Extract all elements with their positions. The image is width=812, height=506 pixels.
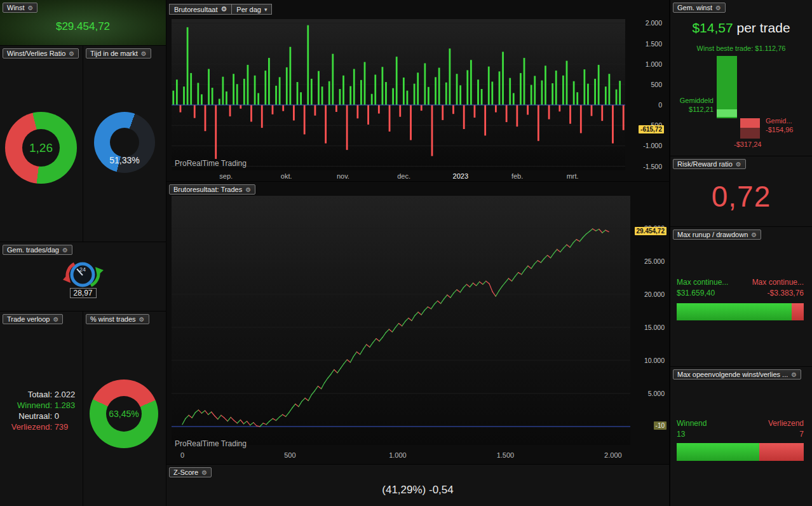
x-axis-label: feb.: [511, 172, 523, 180]
panel-wl-ratio: Winst/Verlies Ratio ⚙ 1,26: [0, 46, 83, 242]
panel-risk-reward: Risk/Reward ratio ⚙ 0,72: [670, 156, 812, 226]
x-axis-label: 2.000: [604, 451, 622, 459]
gem-winst-header[interactable]: Gem. winst ⚙: [673, 3, 726, 13]
avg-win-value: $112,21: [670, 106, 714, 113]
panel-gem-winst: Gem. winst ⚙ $14,57 per trade Winst best…: [670, 0, 812, 156]
pct-winst-donut: 63,45%: [90, 380, 158, 448]
panel-tijd: Tijd in de markt ⚙ 51,33%: [83, 46, 166, 242]
equity-plot[interactable]: [172, 196, 630, 445]
equity-x-axis: 05001.0001.5002.000: [172, 451, 630, 461]
verloop-row-neutraal: Neutraal: 0: [4, 411, 75, 421]
daily-bar-x-axis: sep.okt.nov.dec.2023feb.mrt.: [172, 172, 625, 181]
wrench-icon[interactable]: ⚙: [28, 4, 34, 11]
panel-winst-header[interactable]: Winst ⚙: [3, 3, 37, 13]
equity-chart-header[interactable]: Brutoresultaat: Trades ⚙: [169, 184, 255, 195]
runup-header[interactable]: Max runup / drawdown ⚙: [673, 229, 761, 240]
best-trade-label: Winst beste trade: $1.112,76: [670, 44, 812, 52]
wrench-icon[interactable]: ⚙: [141, 50, 147, 57]
daily-chart-title-chip[interactable]: Brutoresultaat ⚙: [169, 4, 232, 15]
daily-chart-title: Brutoresultaat: [174, 6, 217, 13]
trading-dashboard: Winst ⚙ $29.454,72 Winst/Verlies Ratio ⚙…: [0, 0, 812, 506]
risk-reward-title: Risk/Reward ratio: [677, 160, 733, 168]
x-axis-label: nov.: [337, 172, 349, 180]
equity-y-axis: 30.00025.00020.00015.00010.0005.00029.45…: [632, 196, 668, 445]
x-axis-label: 500: [284, 451, 295, 459]
gem-winst-title: Gem. winst: [677, 4, 712, 11]
verloop-stats: Totaal: 2.022 Winnend: 1.283 Neutraal: 0…: [4, 389, 75, 432]
avg-loss-bar: [740, 118, 760, 139]
wrench-icon[interactable]: ⚙: [69, 50, 74, 57]
runup-win-label: Max continue...: [677, 278, 728, 287]
panel-zscore: Z-Score ⚙ (41,29%) -0,54: [166, 465, 669, 506]
panel-winst-title: Winst: [7, 4, 25, 11]
streak-loss-value: 7: [799, 430, 804, 439]
wrench-icon[interactable]: ⚙: [791, 371, 797, 378]
wrench-icon[interactable]: ⚙: [245, 186, 251, 193]
x-axis-label: okt.: [281, 172, 292, 180]
equity-chart-title: Brutoresultaat: Trades: [173, 186, 242, 193]
wrench-icon[interactable]: ⚙: [53, 316, 58, 323]
wrench-icon[interactable]: ⚙: [715, 4, 721, 11]
panel-winst: Winst ⚙ $29.454,72: [0, 0, 166, 45]
panel-trades-day: Gem. trades/dag ⚙ 24 28,97: [0, 242, 166, 311]
x-axis-label: 0: [180, 451, 184, 459]
wrench-icon[interactable]: ⚙: [736, 161, 741, 168]
y-axis-label: 1.500: [646, 40, 662, 48]
panel-tijd-header[interactable]: Tijd in de markt ⚙: [86, 48, 151, 58]
wrench-icon[interactable]: ⚙: [220, 5, 227, 13]
y-axis-label: -1.500: [643, 163, 662, 170]
panel-pct-winst: % winst trades ⚙ 63,45%: [83, 311, 166, 506]
y-axis-label: 1.000: [646, 60, 662, 68]
avg-win-bar: [717, 56, 737, 118]
wrench-icon[interactable]: ⚙: [139, 316, 145, 323]
streak-bar-red: [759, 443, 804, 461]
gem-winst-amount: $14,57: [692, 20, 733, 35]
per-dag-dropdown[interactable]: Per dag ▾: [232, 4, 272, 15]
risk-reward-value: 0,72: [670, 179, 812, 214]
panel-runup-drawdown: Max runup / drawdown ⚙ Max continue... $…: [670, 227, 812, 366]
panel-pct-winst-header[interactable]: % winst trades ⚙: [86, 314, 149, 324]
trades-day-value: 28,97: [69, 288, 96, 298]
panel-daily-bar-chart: Brutoresultaat ⚙ Per dag ▾ 2.0001.5001.0…: [166, 0, 669, 181]
watermark: ProRealTime Trading: [175, 439, 247, 448]
watermark: ProRealTime Trading: [175, 159, 247, 168]
panel-trades-day-title: Gem. trades/dag: [7, 246, 59, 254]
zscore-header[interactable]: Z-Score ⚙: [169, 467, 212, 477]
streak-title: Max opeenvolgende winst/verlies ...: [677, 371, 788, 378]
per-dag-dropdown-label: Per dag: [236, 6, 261, 13]
y-axis-label: 25.000: [644, 257, 665, 265]
runup-bar-red: [792, 303, 804, 320]
chevron-down-icon: ▾: [264, 6, 267, 13]
pct-winst-value: 63,45%: [109, 409, 139, 419]
y-axis-label: 500: [651, 81, 662, 88]
last-value-badge: -615,72: [639, 125, 664, 133]
y-axis-label: 0: [658, 101, 662, 109]
risk-reward-header[interactable]: Risk/Reward ratio ⚙: [673, 159, 746, 169]
x-axis-label: 1.500: [497, 451, 515, 459]
panel-trades-day-header[interactable]: Gem. trades/dag ⚙: [3, 245, 72, 255]
wrench-icon[interactable]: ⚙: [751, 231, 757, 238]
streak-win-label: Winnend: [677, 419, 707, 428]
x-axis-label: mrt.: [567, 172, 579, 180]
avg-loss-marker: [740, 118, 760, 128]
y-axis-label: 10.000: [644, 357, 665, 364]
wrench-icon[interactable]: ⚙: [62, 247, 68, 254]
runup-loss-value: -$3.383,76: [768, 289, 804, 297]
worst-trade-value: -$317,24: [734, 140, 761, 148]
panel-verloop-header[interactable]: Trade verloop ⚙: [3, 314, 63, 324]
x-axis-label: 1.000: [389, 451, 407, 459]
zscore-value: (41,29%) -0,54: [166, 484, 669, 496]
panel-verloop: Trade verloop ⚙ Totaal: 2.022 Winnend: 1…: [0, 311, 83, 506]
wrench-icon[interactable]: ⚙: [201, 469, 207, 476]
panel-equity-chart: Brutoresultaat: Trades ⚙ 30.00025.00020.…: [166, 182, 669, 464]
last-value-badge: 29.454,72: [635, 227, 667, 235]
avg-win-marker: [717, 109, 737, 117]
streak-header[interactable]: Max opeenvolgende winst/verlies ... ⚙: [673, 369, 801, 380]
streak-bar: [677, 443, 804, 461]
daily-bar-plot[interactable]: [172, 19, 625, 170]
runup-loss-label: Max continue...: [752, 278, 804, 287]
avg-loss-label: Gemid...: [766, 117, 792, 125]
panel-wl-ratio-header[interactable]: Winst/Verlies Ratio ⚙: [3, 48, 79, 58]
wl-ratio-donut: 1,26: [5, 112, 77, 184]
streak-bar-green: [677, 443, 759, 461]
